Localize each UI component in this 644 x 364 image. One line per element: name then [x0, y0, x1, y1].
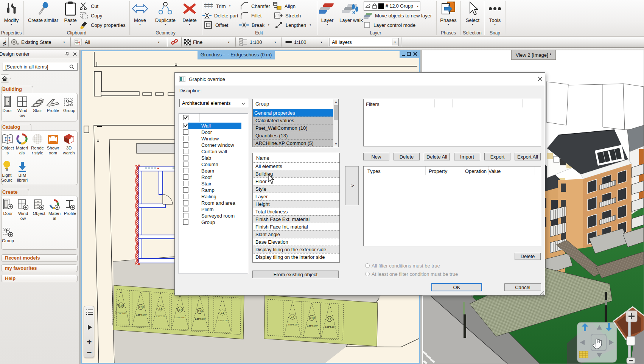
svg-text:2.6: 2.6: [198, 310, 201, 313]
svg-text:2.8: 2.8: [159, 307, 162, 310]
svg-text:2.4: 2.4: [291, 316, 294, 318]
svg-text:2.5: 2.5: [221, 311, 224, 314]
svg-text:2.55*5.00: 2.55*5.00: [156, 315, 165, 317]
svg-text:2.55*5.00: 2.55*5.00: [307, 325, 317, 327]
svg-text:2.55*5.00: 2.55*5.00: [325, 326, 334, 328]
svg-text:2.10: 2.10: [119, 304, 124, 307]
svg-text:2.55*5.00: 2.55*5.00: [175, 316, 185, 319]
svg-text:2.3: 2.3: [310, 317, 313, 319]
svg-text:2.55*5.00: 2.55*5.00: [195, 318, 205, 320]
svg-text:2.9: 2.9: [139, 306, 142, 308]
svg-text:2.55*5.00: 2.55*5.00: [218, 319, 227, 322]
svg-text:2.55*5.00: 2.55*5.00: [288, 324, 297, 326]
svg-text:2.7: 2.7: [178, 308, 182, 311]
svg-text:2.55*5.00: 2.55*5.00: [136, 314, 146, 316]
svg-text:2.2: 2.2: [328, 318, 331, 320]
svg-text:2.55*5.00: 2.55*5.00: [116, 312, 126, 314]
